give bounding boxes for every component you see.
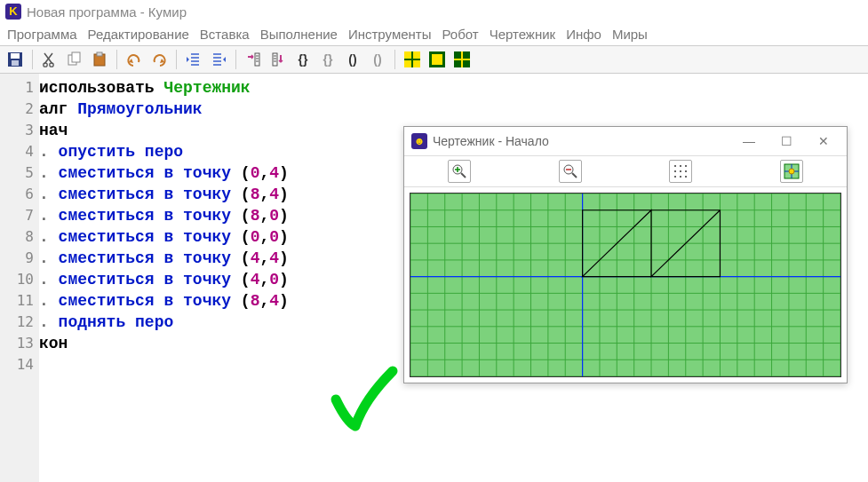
- svg-rect-1: [11, 53, 20, 59]
- svg-point-19: [674, 176, 676, 178]
- grid-four-icon[interactable]: [402, 50, 422, 69]
- cut-icon[interactable]: [40, 50, 60, 69]
- redo-icon[interactable]: [149, 50, 169, 69]
- line-number: 10: [0, 269, 39, 290]
- code-line[interactable]: использовать Чертежник: [39, 77, 868, 99]
- line-number: 5: [0, 162, 39, 184]
- svg-point-16: [674, 170, 676, 172]
- close-button[interactable]: ✕: [808, 134, 840, 148]
- titlebar: K Новая программа - Кумир: [0, 0, 868, 23]
- line-number: 9: [0, 248, 39, 269]
- svg-rect-9: [255, 53, 259, 66]
- toolbar-sep: [32, 50, 33, 69]
- svg-point-14: [680, 165, 681, 167]
- step-into-icon[interactable]: [243, 50, 263, 69]
- minimize-button[interactable]: —: [733, 134, 765, 148]
- svg-rect-8: [97, 52, 102, 56]
- line-number: 13: [0, 333, 39, 354]
- svg-point-23: [789, 169, 794, 174]
- toolbar-sep: [235, 50, 236, 69]
- toolbar-sep: [394, 50, 395, 69]
- line-number: 7: [0, 205, 39, 226]
- window-title: Новая программа - Кумир: [27, 4, 187, 20]
- braces-outline-icon[interactable]: {}: [318, 50, 338, 69]
- maximize-button[interactable]: ☐: [770, 134, 802, 148]
- menu-program[interactable]: Программа: [4, 25, 81, 43]
- toggle-breakpoint-icon[interactable]: [268, 50, 288, 69]
- svg-point-17: [680, 170, 681, 172]
- line-number: 8: [0, 226, 39, 248]
- svg-rect-24: [410, 194, 840, 376]
- drawing-toolbar: [404, 155, 847, 187]
- copy-icon[interactable]: [65, 50, 84, 69]
- grid-dots-icon[interactable]: [669, 160, 692, 183]
- line-number: 2: [0, 99, 39, 120]
- drawing-canvas[interactable]: [410, 193, 841, 377]
- menu-tools[interactable]: Инструменты: [345, 25, 435, 43]
- svg-point-21: [685, 176, 687, 178]
- svg-rect-2: [12, 60, 19, 66]
- line-number: 14: [0, 354, 39, 375]
- drawing-window-title: Чертежник - Начало: [433, 134, 549, 148]
- svg-rect-6: [72, 52, 80, 62]
- grid-cross-icon[interactable]: [452, 50, 472, 69]
- svg-point-18: [685, 170, 687, 172]
- menu-edit[interactable]: Редактирование: [84, 25, 193, 43]
- toolbar: {} {} () (): [0, 45, 868, 74]
- menu-drafter[interactable]: Чертежник: [486, 25, 560, 43]
- parens-solid-icon[interactable]: (): [343, 50, 362, 69]
- line-number: 12: [0, 312, 39, 333]
- toolbar-sep: [116, 50, 117, 69]
- grid-ring-icon[interactable]: [427, 50, 447, 69]
- line-number: 1: [0, 77, 39, 99]
- line-number: 4: [0, 141, 39, 162]
- paste-icon[interactable]: [90, 50, 109, 69]
- svg-point-13: [674, 165, 676, 167]
- line-number: 11: [0, 290, 39, 312]
- menu-robot[interactable]: Робот: [438, 25, 482, 43]
- outdent-icon[interactable]: [184, 50, 203, 69]
- menu-insert[interactable]: Вставка: [196, 25, 253, 43]
- braces-solid-icon[interactable]: {}: [293, 50, 313, 69]
- line-number: 3: [0, 120, 39, 141]
- code-line[interactable]: алг Прямоугольник: [39, 99, 868, 120]
- menu-info[interactable]: Инфо: [562, 25, 605, 43]
- menu-run[interactable]: Выполнение: [257, 25, 341, 43]
- svg-rect-10: [273, 53, 277, 66]
- zoom-out-icon[interactable]: [559, 160, 582, 183]
- save-icon[interactable]: [5, 50, 25, 69]
- menubar: Программа Редактирование Вставка Выполне…: [0, 23, 868, 45]
- undo-icon[interactable]: [124, 50, 144, 69]
- line-gutter: 1234567891011121314: [0, 74, 39, 482]
- fit-view-icon[interactable]: [780, 160, 803, 183]
- drawing-window-titlebar[interactable]: ☻ Чертежник - Начало — ☐ ✕: [404, 127, 847, 155]
- svg-point-20: [680, 176, 681, 178]
- svg-point-15: [685, 165, 687, 167]
- zoom-in-icon[interactable]: [448, 160, 471, 183]
- app-icon: K: [5, 4, 21, 20]
- drawing-window: ☻ Чертежник - Начало — ☐ ✕: [403, 126, 848, 383]
- drawing-window-icon: ☻: [411, 133, 427, 149]
- indent-icon[interactable]: [209, 50, 228, 69]
- parens-outline-icon[interactable]: (): [368, 50, 387, 69]
- toolbar-sep: [176, 50, 177, 69]
- menu-worlds[interactable]: Миры: [609, 25, 651, 43]
- line-number: 6: [0, 184, 39, 205]
